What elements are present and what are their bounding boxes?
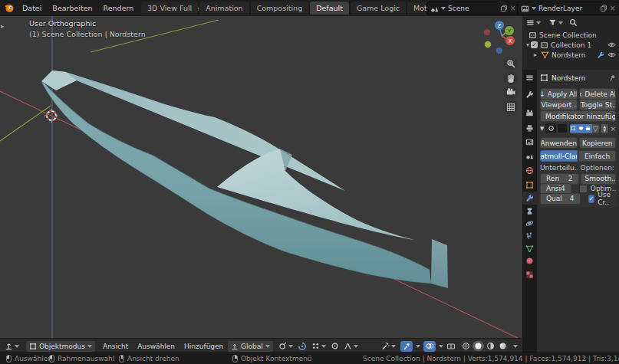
- on-cage-toggle[interactable]: ▽: [592, 124, 599, 133]
- shading-rendered[interactable]: [497, 341, 509, 351]
- tab-material[interactable]: [522, 254, 537, 267]
- viewport-toggle-button[interactable]: Viewport ..: [540, 99, 578, 110]
- view-layer-icon: [525, 138, 534, 146]
- expand-modifier-icon[interactable]: ▼: [540, 126, 544, 132]
- gizmo-neg-y-axis[interactable]: [485, 41, 491, 48]
- toggle-stack-button[interactable]: Toggle St..: [579, 99, 617, 110]
- gizmo-neg-z-axis[interactable]: [496, 48, 502, 54]
- proportional-edit-icon[interactable]: [331, 342, 339, 350]
- disclosure-closed-icon[interactable]: ▸: [532, 51, 538, 58]
- active-tool-button[interactable]: [380, 341, 397, 352]
- quality-field[interactable]: Qual4: [540, 193, 581, 205]
- close-modifier-icon[interactable]: ×: [610, 125, 616, 133]
- anwenden-button[interactable]: Anwenden: [540, 137, 578, 149]
- new-copy-icon[interactable]: [600, 5, 607, 12]
- use-creases-label: Use Cr..: [598, 191, 616, 206]
- viewport-3d[interactable]: Z Y X ▸ User Orthographic (1): [0, 16, 523, 353]
- uv-smooth-dropdown[interactable]: Smooth...: [581, 173, 617, 185]
- new-copy-icon[interactable]: [500, 5, 508, 12]
- menu-hinzufuegen[interactable]: Hinzufügen: [182, 343, 226, 350]
- eye-icon[interactable]: [607, 51, 616, 59]
- tab-texture[interactable]: [522, 268, 537, 281]
- apply-all-button[interactable]: ↓Apply All: [540, 88, 578, 100]
- tab-world[interactable]: [522, 164, 537, 177]
- outliner: Scene Collection ▾ ✓ Collection 1 ▸ Nord…: [522, 16, 619, 71]
- topbar: Datei Bearbeiten Rendern Fenster Hilfe 3…: [0, 0, 619, 17]
- menu-rendern[interactable]: Rendern: [98, 4, 140, 12]
- menu-datei[interactable]: Datei: [17, 4, 47, 12]
- eye-icon[interactable]: [607, 41, 616, 49]
- chevron-down-icon[interactable]: [416, 345, 420, 348]
- catmull-clark-button[interactable]: Catmull-Clark: [540, 150, 578, 162]
- unlink-icon[interactable]: ×: [610, 5, 616, 12]
- tab-particles[interactable]: [522, 229, 537, 242]
- falloff-button[interactable]: [342, 341, 360, 352]
- use-creases-checkbox[interactable]: ✓: [588, 195, 595, 203]
- search-icon[interactable]: [569, 18, 578, 27]
- shading-wireframe[interactable]: [460, 341, 472, 351]
- tab-render[interactable]: [522, 107, 537, 120]
- modifier-name-field[interactable]: [558, 124, 567, 133]
- unlink-icon[interactable]: ×: [510, 5, 516, 12]
- tab-object-data[interactable]: [522, 242, 537, 255]
- menu-auswaehlen[interactable]: Auswählen: [135, 343, 177, 350]
- render-toggle[interactable]: [584, 124, 592, 133]
- chevron-down-icon[interactable]: [513, 345, 518, 348]
- toolbar-expand-icon[interactable]: ▸: [1, 22, 5, 30]
- delete-all-button[interactable]: ×Delete All: [579, 88, 617, 100]
- tab-constraints[interactable]: [522, 205, 537, 218]
- menu-bearbeiten[interactable]: Bearbeiten: [47, 4, 97, 12]
- shading-mode-group: [459, 340, 510, 352]
- collection-checkbox[interactable]: ✓: [531, 41, 538, 48]
- outliner-row-scene-collection[interactable]: Scene Collection: [522, 30, 619, 40]
- add-modifier-dropdown[interactable]: Modifikator hinzufügen: [540, 110, 616, 122]
- tab-output[interactable]: [522, 122, 537, 135]
- mode-selector[interactable]: Objektmodus: [25, 340, 96, 353]
- tab-game-logic[interactable]: Game Logic: [351, 2, 406, 15]
- pin-icon[interactable]: [608, 74, 616, 82]
- tab-modifiers[interactable]: [522, 192, 537, 205]
- realtime-toggle[interactable]: [578, 124, 585, 133]
- gizmo-neg-x-axis[interactable]: [484, 29, 490, 35]
- outliner-row-collection-1[interactable]: ▾ ✓ Collection 1: [522, 40, 619, 50]
- snap-magnet-icon[interactable]: [298, 342, 307, 351]
- disclosure-open-icon[interactable]: ▾: [525, 41, 531, 48]
- tab-compositing[interactable]: Compositing: [251, 2, 309, 15]
- zoom-button[interactable]: [504, 57, 518, 71]
- tab-animation[interactable]: Animation: [199, 2, 249, 15]
- show-gizmo-toggle[interactable]: [400, 341, 413, 352]
- left-mouse-drag-icon: [49, 355, 54, 362]
- tab-3d-view-full[interactable]: 3D View Full: [141, 2, 198, 15]
- menu-ansicht[interactable]: Ansicht: [100, 343, 130, 350]
- shading-solid[interactable]: [472, 341, 484, 351]
- filter-button[interactable]: [547, 18, 565, 28]
- edit-mode-toggle[interactable]: [570, 124, 578, 133]
- tab-physics[interactable]: [522, 217, 537, 230]
- snap-settings-button[interactable]: [310, 341, 328, 352]
- pivot-point-button[interactable]: [277, 341, 295, 352]
- tab-tool[interactable]: [522, 88, 537, 101]
- xray-toggle-icon[interactable]: [446, 342, 456, 351]
- tab-scene[interactable]: [522, 149, 537, 162]
- chevron-down-icon[interactable]: [439, 345, 443, 348]
- kopieren-button[interactable]: Kopieren: [579, 137, 617, 149]
- tab-default[interactable]: Default: [310, 2, 349, 15]
- tab-view-layer[interactable]: [522, 136, 537, 149]
- einfach-button[interactable]: Einfach: [578, 150, 616, 162]
- move-modifier-buttons[interactable]: ▲▼: [601, 124, 608, 133]
- shading-material[interactable]: [485, 341, 496, 351]
- show-overlays-toggle[interactable]: [423, 341, 436, 352]
- display-mode-button[interactable]: [525, 18, 542, 28]
- tab-object[interactable]: [522, 179, 537, 192]
- render-layer-selector[interactable]: RenderLayer ×: [517, 2, 619, 15]
- scene-selector[interactable]: Scene ×: [426, 2, 520, 15]
- transform-orientation[interactable]: Global: [227, 340, 274, 353]
- boat-model[interactable]: [41, 71, 448, 288]
- properties-editor-type-button[interactable]: [522, 71, 537, 84]
- outliner-row-nordstern[interactable]: ▸ Nordstern: [522, 50, 619, 60]
- wand-icon: [381, 342, 390, 350]
- navigation-gizmo[interactable]: Z Y X: [484, 21, 515, 54]
- ortho-grid-button[interactable]: [504, 100, 518, 114]
- pivot-icon: [278, 342, 287, 350]
- editor-type-button[interactable]: [3, 341, 21, 352]
